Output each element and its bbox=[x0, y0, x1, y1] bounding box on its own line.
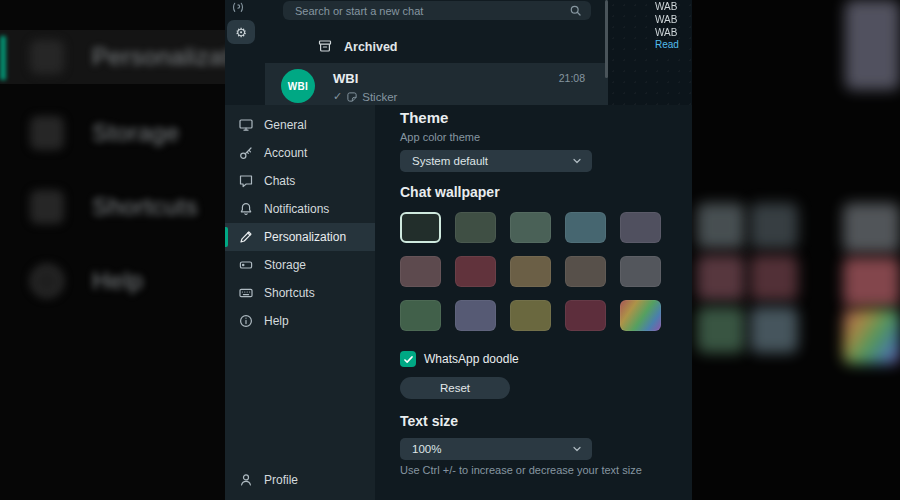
wallpaper-swatch[interactable] bbox=[400, 300, 441, 331]
wallpaper-swatch[interactable] bbox=[400, 256, 441, 287]
background-swatch bbox=[750, 307, 798, 353]
wallpaper-swatch[interactable] bbox=[565, 300, 606, 331]
settings-panel: General Account Chats Notifications Pers… bbox=[225, 105, 692, 500]
background-nav-shortcuts: Shortcuts bbox=[92, 193, 198, 221]
bell-icon bbox=[238, 201, 254, 217]
app-theme-value: System default bbox=[412, 155, 488, 167]
nav-label: Chats bbox=[264, 174, 295, 188]
chat-pane-peek: WAB WAB WAB Read bbox=[608, 0, 692, 110]
chat-list: ⚙ Archived WBI WBI 21:08 ✓ Sticker bbox=[225, 0, 608, 110]
chat-bubble-icon bbox=[238, 173, 254, 189]
reset-button[interactable]: Reset bbox=[400, 377, 510, 399]
settings-nav-account[interactable]: Account bbox=[225, 139, 375, 167]
personalization-content: Theme App color theme System default Cha… bbox=[375, 105, 692, 500]
background-swatch bbox=[697, 255, 745, 301]
monitor-icon bbox=[238, 117, 254, 133]
wallpaper-swatch[interactable] bbox=[510, 300, 551, 331]
whatsapp-doodle-label: WhatsApp doodle bbox=[424, 352, 519, 366]
wallpaper-swatch[interactable] bbox=[455, 300, 496, 331]
background-swatch bbox=[843, 257, 900, 307]
theme-subtitle: App color theme bbox=[400, 131, 480, 143]
wallpaper-swatch[interactable] bbox=[455, 212, 496, 243]
storage-icon bbox=[30, 116, 64, 150]
wallpaper-swatch-selected[interactable] bbox=[400, 212, 441, 243]
person-icon bbox=[238, 472, 254, 488]
storage-icon bbox=[238, 257, 254, 273]
sticker-icon bbox=[346, 91, 358, 103]
nav-label: Help bbox=[264, 314, 289, 328]
background-wallpaper-grid bbox=[692, 0, 900, 500]
whatsapp-doodle-row: WhatsApp doodle bbox=[400, 351, 519, 367]
text-size-dropdown[interactable]: 100% bbox=[400, 438, 592, 460]
chat-timestamp: 21:08 bbox=[559, 72, 585, 84]
nav-label: Notifications bbox=[264, 202, 329, 216]
keyboard-icon bbox=[30, 190, 64, 224]
settings-nav-help[interactable]: Help bbox=[225, 307, 375, 335]
theme-title: Theme bbox=[400, 109, 448, 126]
wallpaper-swatch[interactable] bbox=[510, 212, 551, 243]
wallpaper-swatch[interactable] bbox=[565, 256, 606, 287]
keyboard-icon bbox=[238, 285, 254, 301]
settings-gear-icon[interactable]: ⚙ bbox=[227, 20, 255, 44]
peek-message: WAB bbox=[655, 14, 677, 25]
background-swatch-rainbow bbox=[843, 309, 900, 364]
wallpaper-swatch[interactable] bbox=[620, 256, 661, 287]
avatar: WBI bbox=[281, 69, 315, 103]
chat-preview: ✓ Sticker bbox=[333, 90, 397, 103]
help-icon bbox=[30, 264, 64, 298]
wallpaper-swatch[interactable] bbox=[565, 212, 606, 243]
wallpaper-swatch[interactable] bbox=[455, 256, 496, 287]
pencil-icon bbox=[30, 40, 64, 74]
chat-name: WBI bbox=[333, 71, 358, 86]
wallpaper-swatch[interactable] bbox=[510, 256, 551, 287]
background-swatch bbox=[750, 203, 798, 249]
wallpaper-swatch-rainbow[interactable] bbox=[620, 300, 661, 331]
text-size-helper: Use Ctrl +/- to increase or decrease you… bbox=[400, 463, 672, 478]
nav-label: Account bbox=[264, 146, 307, 160]
settings-nav-chats[interactable]: Chats bbox=[225, 167, 375, 195]
settings-nav-storage[interactable]: Storage bbox=[225, 251, 375, 279]
chat-row-wbi[interactable]: WBI WBI 21:08 ✓ Sticker bbox=[265, 63, 608, 110]
nav-label: Shortcuts bbox=[264, 286, 315, 300]
text-size-value: 100% bbox=[412, 443, 441, 455]
delivered-check-icon: ✓ bbox=[333, 90, 342, 103]
whatsapp-doodle-checkbox[interactable] bbox=[400, 351, 416, 367]
search-bar bbox=[283, 1, 591, 20]
background-nav-personalization: Personalization bbox=[92, 43, 225, 71]
archived-label[interactable]: Archived bbox=[344, 40, 398, 54]
info-circle-icon bbox=[238, 313, 254, 329]
settings-nav-shortcuts[interactable]: Shortcuts bbox=[225, 279, 375, 307]
read-link[interactable]: Read bbox=[655, 39, 679, 50]
search-input[interactable] bbox=[283, 1, 591, 20]
pencil-icon bbox=[238, 229, 254, 245]
chat-preview-text: Sticker bbox=[362, 91, 397, 103]
peek-message: WAB bbox=[655, 1, 677, 12]
background-swatch bbox=[845, 0, 900, 90]
key-icon bbox=[238, 145, 254, 161]
background-nav-help: Help bbox=[92, 267, 143, 295]
settings-nav-general[interactable]: General bbox=[225, 111, 375, 139]
nav-label: Personalization bbox=[264, 230, 346, 244]
background-accent-bar bbox=[0, 36, 6, 80]
background-settings-rail: Personalization Storage Shortcuts Help bbox=[0, 0, 225, 500]
wallpaper-title: Chat wallpaper bbox=[400, 184, 500, 200]
text-size-title: Text size bbox=[400, 413, 458, 429]
background-swatch bbox=[843, 203, 900, 253]
settings-nav-profile[interactable]: Profile bbox=[225, 466, 375, 494]
whatsapp-window: Personalization Storage Shortcuts Help ⚙… bbox=[0, 0, 900, 500]
background-swatch bbox=[697, 307, 745, 353]
background-swatch bbox=[750, 255, 798, 301]
app-theme-dropdown[interactable]: System default bbox=[400, 150, 592, 172]
chevron-down-icon bbox=[571, 443, 583, 455]
nav-label: Profile bbox=[264, 473, 298, 487]
settings-nav-personalization[interactable]: Personalization bbox=[225, 223, 375, 251]
settings-nav: General Account Chats Notifications Pers… bbox=[225, 105, 375, 500]
nav-label: Storage bbox=[264, 258, 306, 272]
background-nav-storage: Storage bbox=[92, 119, 180, 147]
wallpaper-swatch[interactable] bbox=[620, 212, 661, 243]
peek-message: WAB bbox=[655, 27, 677, 38]
nav-label: General bbox=[264, 118, 307, 132]
settings-nav-notifications[interactable]: Notifications bbox=[225, 195, 375, 223]
channels-icon[interactable] bbox=[230, 0, 246, 13]
archive-icon bbox=[317, 38, 333, 54]
